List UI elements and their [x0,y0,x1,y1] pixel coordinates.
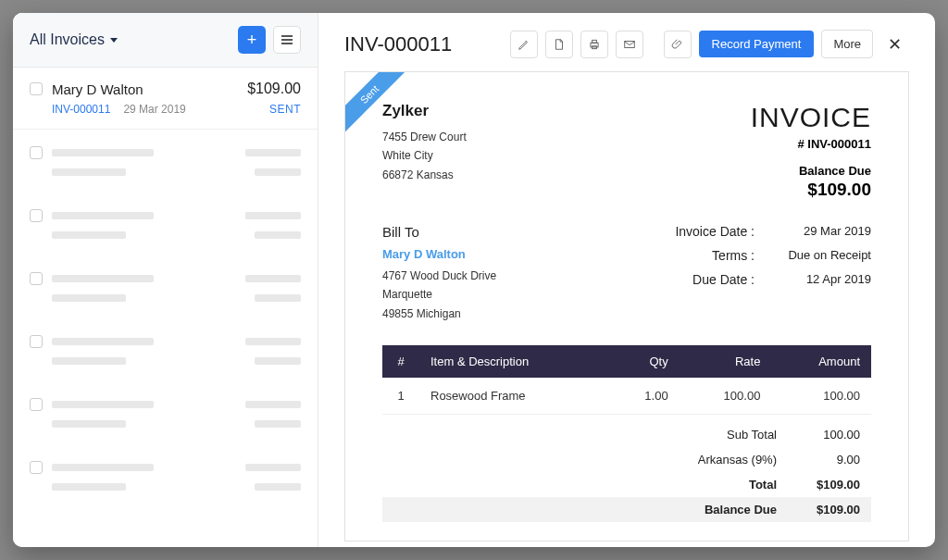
pencil-icon [518,38,530,51]
invoice-date: 29 Mar 2019 [123,103,185,116]
meta-key: Due Date : [643,272,755,287]
meta-value: 29 Mar 2019 [769,224,871,239]
list-item [13,444,318,507]
customer-name: Mary D Walton [52,81,238,97]
status-ribbon: Sent [345,72,408,133]
page-title: INV-000011 [344,32,503,56]
billto-label: Bill To [382,224,496,240]
meta-key: Terms : [643,248,755,263]
svg-rect-1 [592,40,596,43]
document-type: INVOICE [751,102,871,133]
total-value: $109.00 [777,478,860,492]
meta-value: 12 Apr 2019 [769,272,871,287]
record-payment-button[interactable]: Record Payment [699,31,815,57]
billto-address: 4767 Wood Duck Drive [382,267,496,285]
line-items-table: # Item & Description Qty Rate Amount 1 R… [382,345,871,415]
list-options-button[interactable] [273,26,301,54]
meta-key: Invoice Date : [643,224,755,239]
subtotal-value: 100.00 [777,428,860,442]
invoice-amount: $109.00 [247,81,301,97]
total-label: Total [656,478,777,492]
more-button[interactable]: More [821,30,873,58]
balance-due-label: Balance Due [656,503,777,516]
tax-label: Arkansas (9%) [656,453,777,467]
svg-rect-0 [590,43,597,47]
col-item: Item & Description [419,345,608,378]
filter-dropdown[interactable]: All Invoices [30,31,118,48]
list-item [13,193,318,255]
billto-address: 49855 Michigan [382,305,496,323]
billto-name: Mary D Walton [382,247,496,261]
meta-value: Due on Receipt [769,248,871,263]
col-num: # [382,345,419,378]
tax-value: 9.00 [777,453,860,467]
invoice-status: SENT [269,103,301,116]
table-row: 1 Rosewood Frame 1.00 100.00 100.00 [382,378,871,415]
pdf-button[interactable] [545,31,573,58]
invoice-document: Sent Zylker 7455 Drew Court White City 6… [344,71,909,541]
balance-label: Balance Due [751,164,871,178]
invoice-list-item[interactable]: Mary D Walton $109.00 INV-000011 29 Mar … [13,68,318,130]
balance-amount: $109.00 [751,180,871,200]
select-checkbox[interactable] [30,82,43,95]
edit-button[interactable] [510,31,538,58]
print-button[interactable] [580,31,608,58]
paperclip-icon [671,38,684,51]
filter-label: All Invoices [30,31,105,48]
company-address: 66872 Kansas [382,166,467,184]
invoice-sidebar: All Invoices + Mary D Walton $109.00 INV… [13,13,318,547]
invoice-number: INV-000011 [52,103,110,116]
document-icon [553,38,566,51]
attach-button[interactable] [664,31,692,58]
list-item [13,255,318,318]
close-button[interactable]: ✕ [880,31,909,58]
col-qty: Qty [608,345,680,378]
list-item [13,381,318,444]
svg-rect-3 [624,41,634,47]
add-invoice-button[interactable]: + [238,26,266,54]
email-button[interactable] [616,31,643,58]
chevron-down-icon [110,38,118,43]
printer-icon [588,38,601,51]
hamburger-icon [281,35,293,44]
col-amt: Amount [771,345,871,378]
subtotal-label: Sub Total [656,428,777,442]
balance-due-value: $109.00 [777,503,860,516]
mail-icon [623,38,636,51]
document-number: # INV-000011 [751,137,871,151]
billto-address: Marquette [382,285,496,304]
col-rate: Rate [680,345,772,378]
company-address: White City [382,146,467,165]
list-item [13,318,318,381]
list-item [13,130,318,193]
